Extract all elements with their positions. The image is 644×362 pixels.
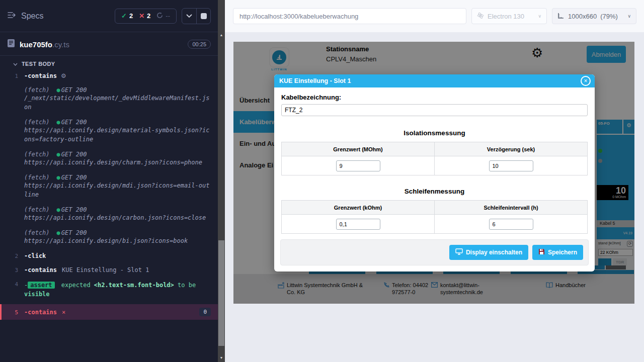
cypress-sidebar: Specs ✓ 2 ✕ 2 --: [0, 0, 218, 362]
fetch-log[interactable]: (fetch)●GET 200 https://api.iconify.desi…: [0, 149, 218, 168]
url-input[interactable]: [233, 8, 466, 24]
viewport-size: 1000x660: [568, 13, 597, 20]
fetch-log[interactable]: (fetch)●GET 200 https://api.iconify.desi…: [0, 172, 218, 201]
column-header: Schleifenintervall (h): [435, 201, 588, 215]
fetch-url: https://api.iconify.design/bi.json?icons…: [24, 236, 211, 245]
fetch-prefix: (fetch): [24, 119, 50, 126]
chevron-down-icon: [13, 61, 18, 67]
viewport-zoom: (79%): [600, 13, 618, 20]
stat-pending: --: [156, 12, 170, 20]
command-number: 3: [0, 266, 24, 274]
fetch-log[interactable]: (fetch)●GET 200 https://api.iconify.desi…: [0, 228, 218, 247]
kabelbezeichnung-input[interactable]: [281, 104, 588, 116]
check-icon: ✓: [121, 12, 127, 20]
fetch-url: https://api.iconify.design/mdi.json?icon…: [24, 181, 211, 199]
spec-row[interactable]: kue705fo.cy.ts 00:25: [0, 32, 218, 56]
failed-command-row[interactable]: 5 -contains × 0: [0, 304, 218, 320]
modal-footer: Display einschalten Speichern: [280, 239, 589, 265]
fetch-status: GET 200: [61, 151, 87, 158]
scroll-down-icon[interactable]: ▼: [218, 354, 225, 361]
stop-button[interactable]: [196, 9, 210, 24]
specs-label[interactable]: Specs: [21, 12, 43, 21]
fetch-log[interactable]: (fetch)●GET 200 https://api.iconify.desi…: [0, 205, 218, 224]
fetch-log[interactable]: (fetch)●GET 200 https://api.iconify.desi…: [0, 117, 218, 145]
spec-name: kue705fo: [20, 40, 52, 49]
command-number: 4: [0, 281, 24, 299]
modal-title: KUE Einstellung - Slot 1: [279, 77, 351, 84]
schleifenintervall-input[interactable]: [489, 219, 533, 230]
document-icon: [7, 39, 15, 50]
schleifenmessung-heading: Schleifenmessung: [274, 188, 595, 195]
isolation-table: Grenzwert (MOhm) Verzögerung (sek): [281, 142, 588, 175]
chevron-down-icon: ∨: [538, 14, 541, 19]
command-row[interactable]: 1 -contains⚙: [0, 71, 218, 81]
column-header: Grenzwert (kOhm): [282, 201, 435, 215]
electron-icon: [477, 12, 484, 21]
verzoegerung-input[interactable]: [489, 160, 533, 171]
testbody-toggle[interactable]: TEST BODY: [0, 56, 218, 69]
display-button-label: Display einschalten: [466, 249, 522, 256]
isolationsmessung-heading: Isolationsmessung: [274, 129, 595, 137]
assert-text: expected: [61, 282, 91, 289]
kabel-label: Kabelbezeichnung:: [281, 94, 588, 101]
assert-selector: <h2.text-sm.font-bold>: [94, 282, 174, 289]
display-icon: [455, 248, 463, 256]
stop-icon: [201, 13, 207, 19]
fetch-url: https://api.iconify.design/material-symb…: [24, 126, 211, 144]
fetch-prefix: (fetch): [24, 174, 50, 181]
display-einschalten-button[interactable]: Display einschalten: [449, 245, 528, 260]
command-number: 5: [2, 309, 24, 316]
fetch-status: GET 200: [61, 174, 87, 181]
command-row[interactable]: 2 -click: [0, 251, 218, 261]
command-number: 2: [0, 252, 24, 259]
sidebar-scrollbar[interactable]: ▲ ▼: [218, 0, 225, 362]
status-dot-icon: ●: [57, 86, 60, 94]
command-arg: KUE Einstellung - Slot 1: [62, 266, 149, 274]
status-dot-icon: ●: [57, 174, 60, 181]
app-under-test: LITTWIN Stationsname CPLV4_Maschen ⚙ Abm…: [233, 42, 634, 304]
schleifen-table: Grenzwert (kOhm) Schleifenintervall (h): [281, 200, 588, 234]
fetch-prefix: (fetch): [24, 151, 50, 158]
test-stats: ✓ 2 ✕ 2 --: [115, 9, 177, 24]
grenzwert-mohm-input[interactable]: [336, 160, 380, 171]
command-log: 1 -contains⚙ (fetch)●GET 200 /_next/stat…: [0, 69, 218, 320]
fetch-status: GET 200: [61, 206, 87, 213]
fetch-prefix: (fetch): [24, 229, 50, 236]
specs-menu-icon[interactable]: [7, 11, 16, 21]
ruler-icon: [557, 12, 565, 21]
save-button-label: Speichern: [548, 249, 577, 256]
viewport-selector[interactable]: 1000x660 (79%) ∨: [552, 8, 636, 24]
status-dot-icon: ●: [57, 151, 60, 158]
browser-name: Electron 130: [488, 13, 524, 20]
speichern-button[interactable]: Speichern: [532, 245, 583, 260]
grenzwert-kohm-input[interactable]: [336, 219, 380, 230]
column-header: Verzögerung (sek): [435, 142, 588, 156]
fetch-url: https://api.iconify.design/carbon.json?i…: [24, 213, 211, 222]
stat-passed: ✓ 2: [121, 12, 133, 20]
fetch-prefix: (fetch): [24, 86, 50, 94]
chevron-down-icon: ∨: [627, 14, 631, 19]
assert-row[interactable]: 4 -assert expected <h2.text-sm.font-bold…: [0, 279, 218, 300]
fetch-url: https://api.iconify.design/charm.json?ic…: [24, 158, 211, 167]
match-count-badge: 0: [199, 308, 211, 316]
command-name: -click: [24, 252, 46, 259]
failed-count: 2: [147, 12, 150, 20]
stat-failed: ✕ 2: [139, 12, 150, 20]
command-name: -contains: [24, 309, 57, 316]
fetch-status: GET 200: [61, 119, 87, 126]
scrollbar-thumb[interactable]: [218, 240, 224, 346]
scroll-up-icon[interactable]: ▲: [218, 31, 225, 38]
fetch-url: /_next/static/development/_devMiddleware…: [24, 94, 211, 112]
fetch-log[interactable]: (fetch)●GET 200 /_next/static/developmen…: [0, 85, 218, 113]
assert-badge: assert: [28, 282, 54, 289]
fetch-status: GET 200: [61, 229, 87, 236]
fetch-prefix: (fetch): [24, 206, 50, 213]
collapse-button[interactable]: [182, 9, 196, 24]
close-icon[interactable]: ×: [581, 76, 591, 86]
command-name: -contains: [24, 266, 57, 274]
browser-selector[interactable]: Electron 130 ∨: [471, 8, 547, 24]
gear-icon: ⚙: [61, 72, 66, 79]
command-row[interactable]: 3 -containsKUE Einstellung - Slot 1: [0, 265, 218, 275]
spec-ext: .cy.ts: [52, 40, 69, 49]
save-floppy-icon: [538, 248, 545, 256]
